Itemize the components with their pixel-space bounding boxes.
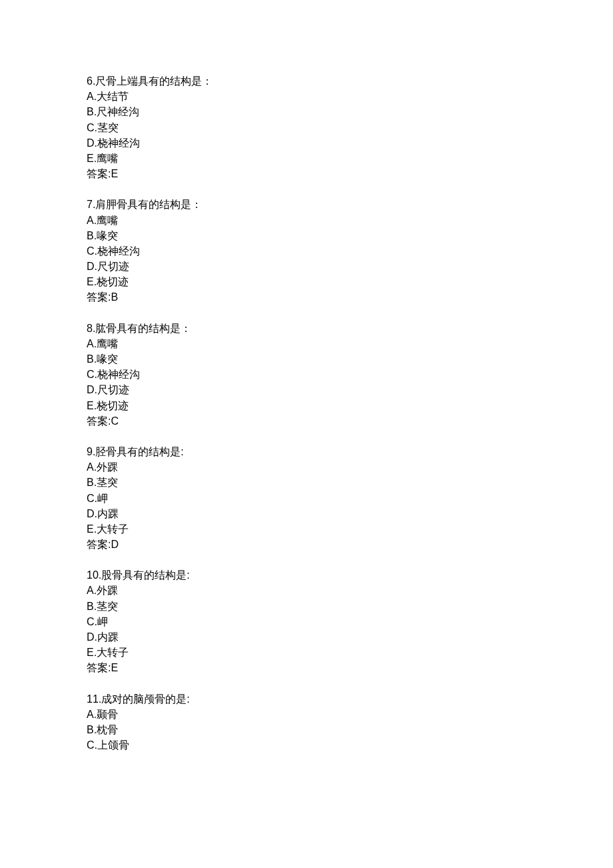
option-key: A	[87, 91, 94, 102]
answer-label: 答案	[87, 291, 108, 303]
option-b: B.枕骨	[87, 722, 526, 737]
option-key: D	[87, 261, 95, 272]
question-stem: 7.肩胛骨具有的结构是：	[87, 197, 526, 212]
question-number: 6	[87, 75, 93, 87]
option-text: 内踝	[97, 508, 119, 519]
answer-line: 答案:C	[87, 413, 526, 429]
option-key: C	[87, 369, 95, 380]
option-b: B.茎突	[87, 599, 526, 614]
option-text: 茎突	[97, 601, 118, 612]
answer-value: B	[111, 291, 118, 303]
option-text: 茎突	[97, 477, 118, 488]
answer-label: 答案	[87, 168, 108, 179]
option-a: A.外踝	[87, 459, 526, 475]
option-c: C.桡神经沟	[87, 243, 526, 259]
option-e: E.大转子	[87, 521, 526, 537]
option-c: C.岬	[87, 614, 526, 629]
question-number: 7	[87, 199, 93, 210]
option-key: E	[87, 276, 94, 287]
option-b: B.茎突	[87, 475, 526, 490]
answer-value: E	[111, 168, 118, 179]
option-b: B.喙突	[87, 228, 526, 243]
option-key: B	[87, 724, 94, 735]
question-number: 11	[87, 693, 99, 705]
option-c: C.茎突	[87, 120, 526, 135]
option-c: C.上颌骨	[87, 737, 526, 753]
option-text: 喙突	[97, 230, 118, 241]
option-text: 大转子	[97, 647, 129, 658]
option-d: D.尺切迹	[87, 382, 526, 397]
option-a: A.颞骨	[87, 707, 526, 722]
answer-line: 答案:B	[87, 289, 526, 305]
option-text: 大结节	[97, 91, 129, 102]
option-e: E.桡切迹	[87, 274, 526, 289]
question-text: 股骨具有的结构是:	[101, 569, 189, 581]
answer-label: 答案	[87, 539, 108, 550]
option-d: D.尺切迹	[87, 259, 526, 274]
option-key: B	[87, 353, 94, 365]
option-key: B	[87, 106, 94, 117]
answer-value: E	[111, 662, 118, 673]
option-e: E.桡切迹	[87, 398, 526, 413]
option-key: A	[87, 215, 94, 226]
option-text: 鹰嘴	[97, 215, 118, 226]
question-block: 7.肩胛骨具有的结构是： A.鹰嘴 B.喙突 C.桡神经沟 D.尺切迹 E.桡切…	[87, 197, 526, 305]
option-text: 桡切迹	[97, 276, 129, 287]
option-d: D.内踝	[87, 629, 526, 645]
question-block: 10.股骨具有的结构是: A.外踝 B.茎突 C.岬 D.内踝 E.大转子 答案…	[87, 567, 526, 675]
option-text: 喙突	[97, 353, 118, 365]
option-e: E.鹰嘴	[87, 151, 526, 166]
option-key: E	[87, 523, 94, 535]
answer-line: 答案:D	[87, 537, 526, 552]
option-key: D	[87, 137, 95, 149]
option-text: 颞骨	[97, 709, 118, 720]
option-text: 尺切迹	[97, 384, 129, 395]
question-number: 9	[87, 446, 93, 457]
document-page: 6.尺骨上端具有的结构是： A.大结节 B.尺神经沟 C.茎突 D.桡神经沟 E…	[0, 0, 526, 753]
option-a: A.大结节	[87, 89, 526, 104]
option-c: C.岬	[87, 491, 526, 506]
question-block: 9.胫骨具有的结构是: A.外踝 B.茎突 C.岬 D.内踝 E.大转子 答案:…	[87, 444, 526, 552]
option-key: D	[87, 384, 95, 395]
option-key: C	[87, 245, 95, 257]
option-text: 桡神经沟	[97, 245, 140, 257]
question-stem: 8.肱骨具有的结构是：	[87, 321, 526, 336]
option-text: 枕骨	[97, 724, 118, 735]
question-stem: 9.胫骨具有的结构是:	[87, 444, 526, 459]
option-text: 茎突	[97, 122, 119, 133]
answer-value: D	[111, 539, 119, 550]
option-text: 桡神经沟	[97, 137, 140, 149]
question-number: 8	[87, 323, 93, 334]
option-b: B.尺神经沟	[87, 104, 526, 119]
question-block: 11.成对的脑颅骨的是: A.颞骨 B.枕骨 C.上颌骨	[87, 691, 526, 753]
option-text: 桡神经沟	[97, 369, 140, 380]
option-key: D	[87, 631, 95, 643]
option-key: E	[87, 400, 94, 411]
option-key: C	[87, 493, 95, 504]
option-text: 上颌骨	[97, 739, 129, 751]
question-text: 胫骨具有的结构是:	[95, 446, 183, 457]
option-text: 内踝	[97, 631, 119, 643]
option-a: A.鹰嘴	[87, 336, 526, 351]
option-key: D	[87, 508, 95, 519]
option-text: 尺神经沟	[97, 106, 139, 117]
option-key: A	[87, 461, 94, 473]
option-key: B	[87, 477, 94, 488]
question-stem: 6.尺骨上端具有的结构是：	[87, 73, 526, 89]
question-text: 尺骨上端具有的结构是：	[95, 75, 213, 87]
option-key: A	[87, 709, 94, 720]
question-block: 8.肱骨具有的结构是： A.鹰嘴 B.喙突 C.桡神经沟 D.尺切迹 E.桡切迹…	[87, 321, 526, 429]
option-text: 岬	[97, 616, 108, 627]
option-text: 岬	[97, 493, 108, 504]
option-b: B.喙突	[87, 351, 526, 367]
question-text: 肩胛骨具有的结构是：	[95, 199, 202, 210]
question-stem: 11.成对的脑颅骨的是:	[87, 691, 526, 707]
option-key: B	[87, 601, 94, 612]
answer-line: 答案:E	[87, 660, 526, 675]
option-e: E.大转子	[87, 645, 526, 660]
option-text: 外踝	[97, 461, 118, 473]
option-d: D.桡神经沟	[87, 135, 526, 151]
option-key: C	[87, 739, 95, 751]
option-text: 外踝	[97, 585, 118, 596]
option-a: A.外踝	[87, 583, 526, 598]
